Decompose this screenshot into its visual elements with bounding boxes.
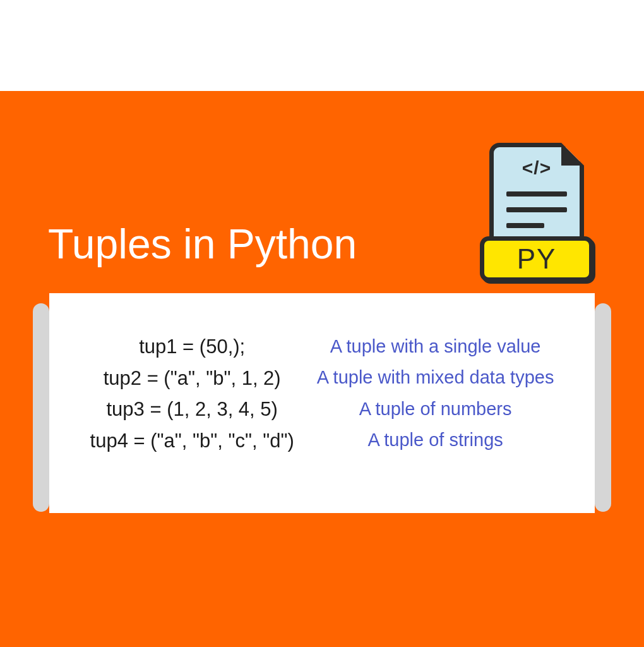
slide-title: Tuples in Python — [48, 220, 357, 268]
py-label-badge: PY — [480, 236, 593, 282]
desc-line: A tuple of strings — [317, 425, 554, 456]
desc-line: A tuple of numbers — [317, 394, 554, 425]
code-column: tup1 = (50,); tup2 = ("a", "b", 1, 2) tu… — [90, 331, 294, 456]
python-file-icon: </> PY — [480, 143, 593, 282]
code-line: tup2 = ("a", "b", 1, 2) — [90, 363, 294, 394]
code-symbol-icon: </> — [494, 157, 580, 179]
desc-line: A tuple with mixed data types — [317, 362, 554, 393]
code-line: tup4 = ("a", "b", "c", "d") — [90, 425, 294, 457]
content-wrap: tup1 = (50,); tup2 = ("a", "b", 1, 2) tu… — [0, 293, 644, 521]
code-file-icon: </> — [489, 143, 584, 244]
code-line: tup3 = (1, 2, 3, 4, 5) — [90, 394, 294, 425]
code-line: tup1 = (50,); — [90, 331, 294, 363]
description-column: A tuple with a single value A tuple with… — [317, 331, 554, 456]
footer-band — [0, 513, 644, 647]
card-shadow-left — [33, 303, 49, 512]
header-band: Tuples in Python </> PY — [0, 91, 644, 293]
desc-line: A tuple with a single value — [317, 331, 554, 362]
card-shadow-right — [595, 303, 611, 512]
slide-canvas: Tuples in Python </> PY tup1 = (50,); tu… — [0, 0, 644, 647]
content-card: tup1 = (50,); tup2 = ("a", "b", 1, 2) tu… — [49, 293, 595, 513]
